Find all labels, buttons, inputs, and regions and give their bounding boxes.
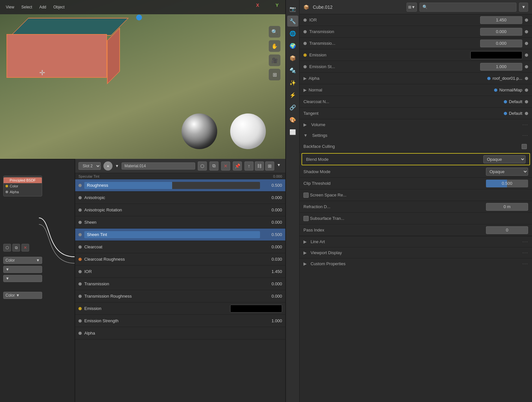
r-backface-culling-row[interactable]: Backface Culling: [300, 141, 532, 152]
r-clearcoat-n-row[interactable]: Clearcoat N... Default: [300, 96, 532, 108]
r-pass-index-value[interactable]: 0: [486, 226, 528, 234]
r-transmission-row[interactable]: Transmission 0.000: [300, 26, 532, 38]
roughness-row[interactable]: Roughness 0.500: [75, 179, 285, 192]
material-sphere-icon[interactable]: ●: [103, 161, 112, 171]
r-pass-index-row[interactable]: Pass Index 0: [300, 224, 532, 236]
screen-space-checkbox[interactable]: [303, 193, 309, 198]
r-clip-threshold-row[interactable]: Clip Threshold 0.500: [300, 178, 532, 189]
checker-icon[interactable]: ⬜: [287, 126, 298, 137]
close-icon[interactable]: ✕: [21, 244, 29, 252]
r-alpha-row[interactable]: ▶ Alpha roof_door01.p...: [300, 73, 532, 84]
blend-mode-dropdown[interactable]: Opaque Alpha Blend Alpha Hashed Alpha Cl…: [483, 155, 526, 163]
anisotropic-row[interactable]: Anisotropic 0.000: [75, 192, 285, 204]
copy-icon[interactable]: ⧉: [12, 244, 20, 252]
r-tangent-row[interactable]: Tangent Default: [300, 108, 532, 119]
r-refraction-value[interactable]: 0 m: [486, 203, 528, 211]
emission-row[interactable]: Emission: [75, 302, 285, 315]
close-btn[interactable]: ✕: [221, 161, 230, 171]
line-art-menu-dots[interactable]: ···: [522, 238, 528, 245]
clearcoat-roughness-row[interactable]: Clearcoat Roughness 0.030: [75, 253, 285, 266]
panel-view-dropdown[interactable]: ⊞▼: [407, 3, 417, 12]
volume-menu-dots[interactable]: ···: [522, 121, 528, 128]
r-settings-section[interactable]: ▼ Settings ···: [300, 130, 532, 141]
up-btn[interactable]: ↑: [244, 161, 254, 171]
transmission-roughness-row[interactable]: Transmission Roughness 0.000: [75, 290, 285, 302]
shield-icon[interactable]: ⬡: [3, 244, 11, 252]
r-refraction-row[interactable]: Refraction D... 0 m: [300, 201, 532, 213]
r-transmission-roughness-row[interactable]: Transmissio... 0.000: [300, 38, 532, 49]
panel-expand-btn[interactable]: ▼: [519, 3, 528, 12]
grid-icon[interactable]: ⊞: [269, 69, 280, 80]
r-subsurface-row[interactable]: Subsurface Tran...: [300, 213, 532, 224]
r-ior-row[interactable]: IOR 1.450: [300, 14, 532, 26]
viewport-object-menu[interactable]: Object: [51, 4, 67, 11]
shield-btn[interactable]: ⬡: [198, 161, 207, 171]
material-name-input[interactable]: [122, 162, 195, 170]
r-normal-row[interactable]: ▶ Normal Normal/Map: [300, 84, 532, 96]
viewport-display-menu-dots[interactable]: ···: [522, 249, 528, 256]
color-dropdown-2[interactable]: ▼: [3, 266, 42, 273]
clearcoat-row[interactable]: Clearcoat 0.000: [75, 241, 285, 253]
alpha-expand-arrow[interactable]: ▶: [303, 76, 307, 81]
emission-strength-row[interactable]: Emission Strength 1.000: [75, 315, 285, 327]
material-slot-select[interactable]: Slot 2: [78, 162, 101, 170]
alpha-row[interactable]: Alpha: [75, 327, 285, 339]
transmission-row[interactable]: Transmission 0.000: [75, 278, 285, 290]
subsurface-checkbox[interactable]: [303, 216, 309, 221]
roughness-bar[interactable]: Roughness: [84, 182, 260, 189]
shadow-mode-row[interactable]: Shadow Mode Opaque: [300, 166, 532, 178]
r-trans-rough-value[interactable]: 0.000: [480, 40, 522, 47]
physics-icon[interactable]: ⚡: [287, 89, 298, 100]
r-custom-properties-section[interactable]: ▶ Custom Properties ···: [300, 258, 532, 269]
sheen-row[interactable]: Sheen 0.000: [75, 216, 285, 229]
r-screen-space-row[interactable]: Screen Space Re...: [300, 189, 532, 201]
clip-threshold-slider[interactable]: 0.500: [486, 180, 528, 187]
particles-icon[interactable]: ✨: [287, 77, 298, 88]
emission-color-swatch[interactable]: [230, 305, 282, 313]
color-dropdown[interactable]: Color ▼: [3, 257, 42, 264]
sphere-dropdown-arrow[interactable]: ▼: [115, 164, 119, 168]
r-emission-strength-row[interactable]: Emission St... 1.000: [300, 61, 532, 73]
copy-btn[interactable]: ⧉: [209, 161, 219, 171]
normal-expand-arrow[interactable]: ▶: [303, 88, 307, 92]
r-emission-swatch[interactable]: [470, 51, 522, 59]
viewport-add-menu[interactable]: Add: [37, 4, 49, 11]
constraints-icon[interactable]: 🔗: [287, 102, 298, 113]
link-btn[interactable]: ⛓: [255, 161, 264, 171]
material-icon[interactable]: 🎨: [287, 114, 298, 125]
camera-icon[interactable]: 🎥: [269, 54, 280, 66]
r-viewport-display-section[interactable]: ▶ Viewport Display ···: [300, 247, 532, 258]
properties-icon[interactable]: 🔧: [287, 16, 298, 27]
anisotropic-rotation-row[interactable]: Anisotropic Rotation 0.000: [75, 204, 285, 216]
r-emission-row[interactable]: Emission: [300, 49, 532, 61]
grid2-btn[interactable]: ⊞: [265, 161, 274, 171]
custom-props-menu-dots[interactable]: ···: [522, 260, 528, 267]
r-em-str-value[interactable]: 1.000: [480, 63, 522, 71]
pin-btn[interactable]: 📌: [233, 161, 242, 171]
r-line-art-section[interactable]: ▶ Line Art ···: [300, 236, 532, 247]
object-icon[interactable]: 📦: [287, 53, 298, 64]
props-expand-arrow[interactable]: ▼: [276, 161, 282, 171]
viewport-select-menu[interactable]: Select: [19, 4, 35, 11]
world-icon[interactable]: 🌍: [287, 40, 298, 51]
viewport-3d[interactable]: View Select Add Object ✛ X Y 🔍 ✋ 🎥 ⊞: [0, 0, 285, 159]
modifier-icon[interactable]: 🔩: [287, 65, 298, 76]
hand-icon[interactable]: ✋: [269, 40, 280, 52]
color-dropdown-3[interactable]: ▼: [3, 275, 42, 282]
viewport-view-menu[interactable]: View: [3, 4, 17, 11]
sheen-tint-bar[interactable]: Sheen Tint: [84, 231, 260, 238]
sheen-tint-row[interactable]: Sheen Tint 0.500: [75, 229, 285, 241]
render-icon[interactable]: 📷: [287, 3, 298, 14]
zoom-icon[interactable]: 🔍: [269, 26, 280, 38]
ior-row[interactable]: IOR 1.450: [75, 266, 285, 278]
settings-menu-dots[interactable]: ···: [522, 132, 528, 139]
r-ior-value[interactable]: 1.450: [480, 16, 522, 24]
r-volume-section[interactable]: ▶ Volume ···: [300, 119, 532, 130]
r-transmission-value[interactable]: 0.000: [480, 28, 522, 36]
blend-mode-row[interactable]: Blend Mode Opaque Alpha Blend Alpha Hash…: [301, 153, 530, 165]
color-bottom-dropdown[interactable]: Color ▼: [3, 292, 42, 299]
properties-search[interactable]: [420, 3, 516, 12]
shadow-mode-dropdown[interactable]: Opaque: [486, 168, 528, 176]
scene-icon[interactable]: 🌐: [287, 28, 298, 39]
backface-culling-checkbox[interactable]: [522, 144, 527, 149]
